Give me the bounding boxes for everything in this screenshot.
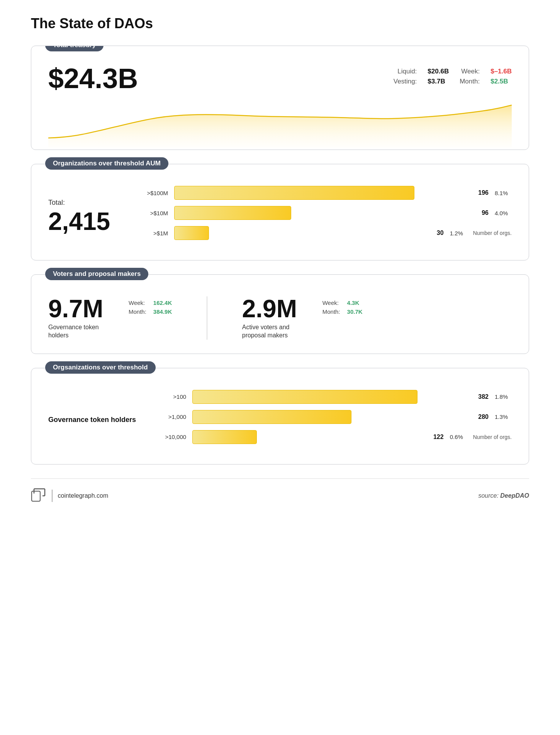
bar-count: 122: [428, 434, 444, 441]
page-title: The State of DAOs: [31, 15, 529, 32]
voters-left-month-label: Month:: [129, 308, 146, 315]
aum-card: Organizations over threshold AUM Total: …: [31, 164, 529, 260]
treasury-chart: [48, 95, 512, 150]
cointelegraph-logo: [31, 488, 46, 504]
voters-right-sublabel: Active voters and proposal makers: [242, 323, 304, 340]
month-label: Month:: [460, 78, 480, 85]
bar-count: 96: [473, 209, 489, 216]
voters-right-week-label: Week:: [322, 299, 340, 306]
bar-pct: 1.2%: [450, 230, 467, 236]
voters-left-week-value: 162.4K: [153, 299, 172, 306]
bar-fill: [192, 410, 351, 424]
orgs-card-label: Orgsanizations over threshold: [45, 361, 156, 374]
footer-source: source: DeepDAO: [478, 492, 529, 499]
footer-source-name: DeepDAO: [500, 492, 529, 499]
voters-left-sublabel: Governance token holders: [48, 323, 110, 340]
voters-left-month-value: 384.9K: [153, 308, 172, 315]
voters-right-block: 2.9M Active voters and proposal makers W…: [242, 296, 363, 340]
aum-total: Total: 2,415: [48, 199, 118, 234]
bar-threshold-label: >$1M: [141, 230, 168, 236]
bar-container: [192, 410, 467, 424]
bar-row: >10,0001220.6%Number of orgs.: [159, 430, 512, 444]
voters-left-block: 9.7M Governance token holders Week: 162.…: [48, 296, 172, 340]
month-value: $2.5B: [490, 78, 512, 85]
voters-left-big-number: 9.7M: [48, 296, 110, 321]
bar-count: 280: [473, 413, 489, 420]
bar-count: 382: [473, 393, 489, 400]
footer-source-label: source:: [478, 492, 498, 499]
bar-threshold-label: >10,000: [159, 434, 186, 440]
bar-threshold-label: >100: [159, 393, 186, 400]
voters-left-week-label: Week:: [129, 299, 146, 306]
bar-note: Number of orgs.: [473, 434, 512, 440]
voters-right-month-label: Month:: [322, 308, 340, 315]
bar-threshold-label: >$100M: [141, 190, 168, 196]
bar-threshold-label: >1,000: [159, 413, 186, 420]
aum-card-label: Organizations over threshold AUM: [45, 157, 168, 170]
bar-note: Number of orgs.: [473, 230, 512, 236]
orgs-bars-container: >1003821.8%>1,0002801.3%>10,0001220.6%Nu…: [159, 390, 512, 450]
treasury-big-number: $24.3B: [48, 65, 138, 92]
treasury-stats: Liquid: $20.6B Week: $–1.6B Vesting: $3.…: [394, 65, 512, 85]
aum-total-number: 2,415: [48, 209, 118, 234]
aum-total-label: Total:: [48, 199, 118, 207]
bar-row: >$10M964.0%: [141, 206, 512, 220]
liquid-value: $20.6B: [428, 68, 449, 75]
voters-card-label: Voters and proposal makers: [45, 268, 148, 280]
voters-left-changes: Week: 162.4K Month: 384.9K: [129, 296, 172, 315]
voters-right-changes: Week: 4.3K Month: 30.7K: [322, 296, 363, 315]
bar-threshold-label: >$10M: [141, 210, 168, 216]
week-label: Week:: [460, 68, 480, 75]
bar-count: 196: [473, 189, 489, 196]
svg-rect-0: [32, 491, 40, 501]
voters-left-number-group: 9.7M Governance token holders: [48, 296, 110, 340]
bar-row: >1003821.8%: [159, 390, 512, 404]
treasury-card-label: Total treasury: [45, 46, 104, 51]
voters-right-number-group: 2.9M Active voters and proposal makers: [242, 296, 304, 340]
voters-card: Voters and proposal makers 9.7M Governan…: [31, 274, 529, 354]
bar-pct: 8.1%: [495, 190, 512, 196]
bar-pct: 1.3%: [495, 413, 512, 420]
voters-right-week-value: 4.3K: [347, 299, 363, 306]
footer: cointelegraph.com source: DeepDAO: [31, 478, 529, 504]
bar-container: [192, 430, 422, 444]
bar-row: >$1M301.2%Number of orgs.: [141, 226, 512, 240]
treasury-card: Total treasury $24.3B Liquid: $20.6B Wee…: [31, 46, 529, 150]
bar-pct: 0.6%: [450, 434, 467, 440]
bar-container: [174, 226, 422, 240]
orgs-threshold-card: Orgsanizations over threshold Governance…: [31, 368, 529, 464]
bar-fill: [174, 226, 209, 240]
bar-fill: [192, 430, 256, 444]
footer-divider: [52, 490, 53, 502]
vesting-label: Vesting:: [394, 78, 417, 85]
bar-container: [174, 206, 467, 220]
footer-domain: cointelegraph.com: [58, 492, 109, 499]
bar-count: 30: [428, 230, 444, 236]
orgs-label-text: Governance token holders: [48, 415, 136, 424]
bar-pct: 4.0%: [495, 210, 512, 216]
voters-right-big-number: 2.9M: [242, 296, 304, 321]
week-value: $–1.6B: [490, 68, 512, 75]
bar-fill: [174, 186, 414, 200]
bar-fill: [192, 390, 417, 404]
bar-row: >1,0002801.3%: [159, 410, 512, 424]
voters-divider: [207, 296, 207, 340]
bar-container: [192, 390, 467, 404]
liquid-label: Liquid:: [394, 68, 417, 75]
bar-row: >$100M1968.1%: [141, 186, 512, 200]
bar-pct: 1.8%: [495, 393, 512, 400]
bar-fill: [174, 206, 291, 220]
orgs-label-block: Governance token holders: [48, 415, 136, 424]
bar-container: [174, 186, 467, 200]
aum-bars: >$100M1968.1%>$10M964.0%>$1M301.2%Number…: [141, 186, 512, 246]
footer-left: cointelegraph.com: [31, 488, 108, 504]
voters-right-month-value: 30.7K: [347, 308, 363, 315]
vesting-value: $3.7B: [428, 78, 449, 85]
